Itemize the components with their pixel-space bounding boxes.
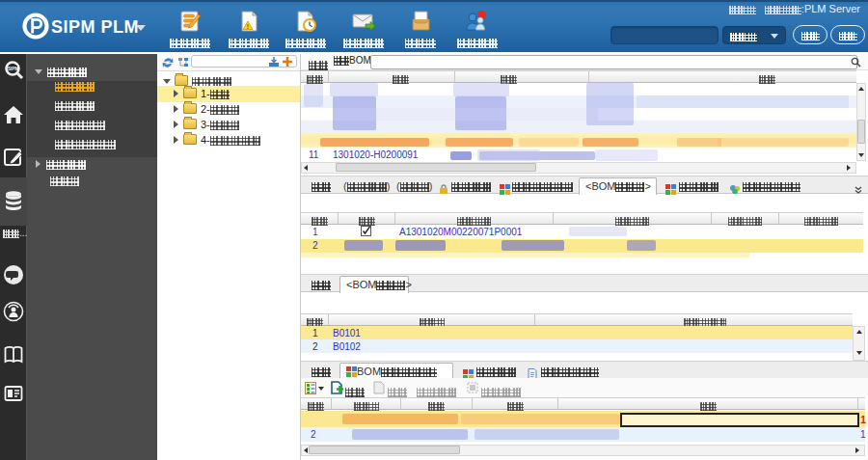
svg-text:!: ! [246,23,248,30]
svg-text:SIPM: SIPM [8,67,18,71]
